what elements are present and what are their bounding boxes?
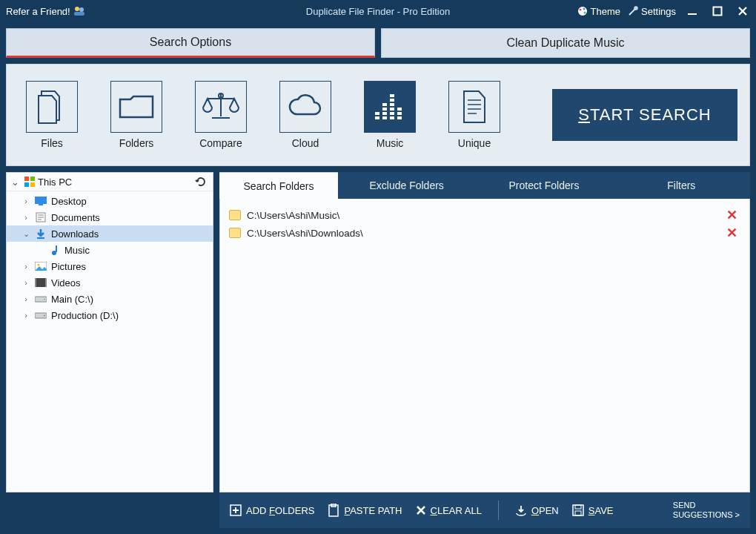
tree-node-videos[interactable]: › Videos: [7, 274, 213, 291]
save-button[interactable]: SAVE: [572, 504, 614, 516]
chevron-right-icon: ›: [21, 278, 30, 287]
svg-rect-31: [39, 204, 43, 205]
settings-link[interactable]: Settings: [628, 6, 676, 17]
category-label: Cloud: [292, 137, 319, 149]
tree-node-desktop[interactable]: › Desktop: [7, 193, 213, 209]
tree-node-pictures[interactable]: › Pictures: [7, 258, 213, 274]
tab-search-options[interactable]: Search Options: [6, 28, 375, 58]
open-icon: [515, 504, 527, 516]
paste-path-button[interactable]: PASTE PATH: [328, 504, 402, 517]
remove-folder-button[interactable]: ✕: [723, 225, 740, 241]
svg-rect-28: [24, 182, 29, 187]
category-label: Folders: [119, 137, 154, 149]
drive-icon: [35, 309, 47, 321]
svg-rect-14: [382, 108, 387, 111]
category-folders[interactable]: Folders: [103, 81, 170, 149]
settings-label: Settings: [641, 6, 676, 17]
svg-rect-18: [390, 99, 394, 102]
chevron-right-icon: ›: [21, 294, 30, 303]
category-toolbar: Files Folders Compare Cloud: [6, 64, 750, 166]
svg-rect-13: [382, 103, 387, 106]
palette-icon: [577, 6, 588, 16]
bottom-toolbar: ADD FOLDERS PASTE PATH CLEAR ALL OPEN SA…: [219, 492, 750, 528]
add-folders-button[interactable]: ADD FOLDERS: [230, 504, 314, 516]
start-search-button[interactable]: START SEARCH: [552, 89, 737, 141]
svg-point-3: [578, 7, 587, 16]
folder-path: C:\Users\Ashi\Music\: [247, 210, 717, 221]
send-line1: SEND: [673, 501, 740, 510]
equalizer-icon: [374, 93, 406, 121]
tab-clean-duplicate-music[interactable]: Clean Duplicate Music: [381, 28, 750, 58]
tree-node-documents[interactable]: › Documents: [7, 209, 213, 225]
save-icon: [572, 504, 584, 516]
clear-all-button[interactable]: CLEAR ALL: [416, 505, 482, 516]
btn-label: PASTE PATH: [344, 505, 402, 516]
theme-link[interactable]: Theme: [577, 6, 620, 17]
svg-rect-22: [390, 116, 394, 119]
svg-rect-24: [397, 112, 402, 115]
subtab-label: Search Folders: [244, 180, 314, 192]
download-icon: [35, 228, 47, 240]
category-files[interactable]: Files: [19, 81, 85, 149]
btn-label: OPEN: [531, 505, 559, 516]
subtab-filters[interactable]: Filters: [613, 172, 750, 199]
svg-rect-21: [390, 112, 394, 115]
svg-rect-38: [35, 278, 36, 287]
tree-node-drive-c[interactable]: › Main (C:\): [7, 291, 213, 307]
subtab-label: Protect Folders: [509, 179, 580, 191]
folder-icon: [229, 228, 241, 238]
svg-rect-23: [397, 108, 402, 111]
maximize-button[interactable]: [709, 2, 726, 20]
svg-rect-16: [382, 116, 387, 119]
subtab-search-folders[interactable]: Search Folders: [219, 172, 338, 199]
minimize-button[interactable]: [683, 2, 701, 20]
drive-icon: [35, 293, 47, 305]
tree-node-downloads[interactable]: ⌄ Downloads: [7, 225, 213, 242]
refresh-icon[interactable]: [195, 176, 208, 188]
send-suggestions-link[interactable]: SEND SUGGESTIONS >: [673, 501, 740, 520]
category-label: Music: [377, 137, 404, 149]
category-music[interactable]: Music: [357, 81, 423, 149]
pictures-icon: [35, 260, 47, 272]
svg-point-1: [79, 7, 84, 12]
close-button[interactable]: [734, 2, 752, 20]
tree-node-music[interactable]: Music: [7, 242, 213, 258]
svg-rect-11: [375, 112, 379, 115]
people-icon: [73, 6, 85, 16]
category-compare[interactable]: Compare: [188, 81, 254, 149]
x-icon: [416, 505, 426, 515]
category-cloud[interactable]: Cloud: [272, 81, 339, 149]
svg-rect-2: [74, 12, 84, 16]
subtab-protect-folders[interactable]: Protect Folders: [475, 172, 612, 199]
open-button[interactable]: OPEN: [515, 504, 559, 516]
tree-node-label: Music: [64, 245, 90, 256]
btn-label: CLEAR ALL: [431, 505, 482, 516]
tree-node-label: Desktop: [51, 196, 87, 207]
start-search-label: START SEARCH: [578, 105, 712, 125]
tree-node-label: Downloads: [51, 228, 99, 240]
svg-point-4: [579, 9, 581, 11]
refer-a-friend-link[interactable]: Refer a Friend!: [0, 6, 91, 17]
top-tabs: Search Options Clean Duplicate Music: [0, 22, 756, 58]
tree-root-row[interactable]: ⌄ This PC: [7, 173, 213, 191]
folder-path: C:\Users\Ashi\Downloads\: [247, 228, 717, 239]
svg-rect-29: [30, 182, 35, 187]
tree-node-label: Main (C:\): [51, 294, 93, 305]
tree-node-label: Pictures: [51, 261, 86, 272]
remove-folder-button[interactable]: ✕: [723, 207, 740, 223]
svg-point-6: [583, 12, 586, 14]
right-pane: Search Folders Exclude Folders Protect F…: [219, 172, 750, 492]
svg-rect-47: [573, 505, 583, 515]
tree-node-drive-d[interactable]: › Production (D:\): [7, 307, 213, 323]
folder-row[interactable]: C:\Users\Ashi\Downloads\ ✕: [229, 224, 740, 242]
category-unique[interactable]: Unique: [441, 81, 508, 149]
refer-label: Refer a Friend!: [6, 6, 70, 17]
folder-row[interactable]: C:\Users\Ashi\Music\ ✕: [229, 206, 740, 224]
subtab-exclude-folders[interactable]: Exclude Folders: [338, 172, 475, 199]
btn-label: ADD FOLDERS: [246, 505, 314, 516]
chevron-right-icon: ›: [21, 311, 30, 320]
tree-node-label: Production (D:\): [51, 310, 119, 321]
scale-icon: [202, 91, 240, 122]
category-label: Unique: [458, 137, 491, 149]
document-icon: [461, 90, 488, 124]
